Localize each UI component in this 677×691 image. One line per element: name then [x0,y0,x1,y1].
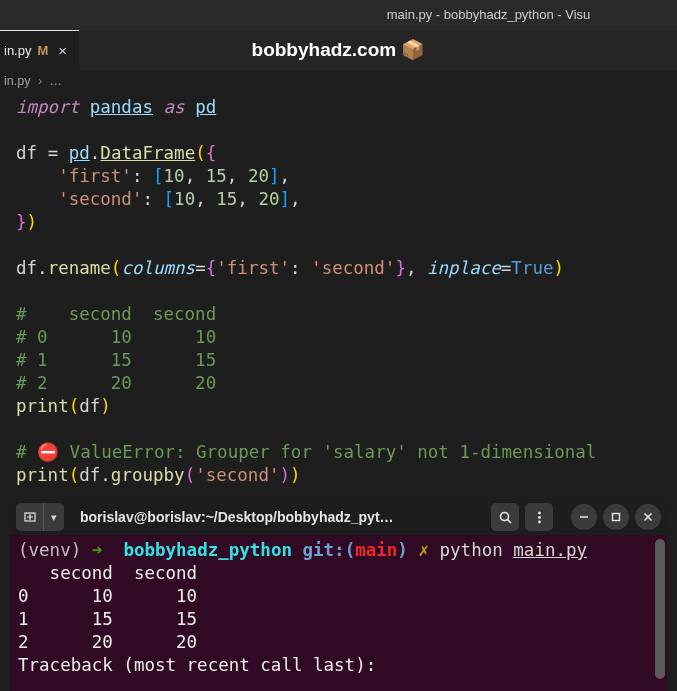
scrollbar-thumb[interactable] [655,539,665,679]
svg-point-3 [500,512,508,520]
maximize-button[interactable] [603,504,629,530]
breadcrumb[interactable]: in.py › … [0,70,677,92]
menu-button[interactable] [525,503,553,531]
close-icon [642,511,654,523]
svg-point-6 [538,516,541,519]
terminal-header: ▾ borislav@borislav:~/Desktop/bobbyhadz_… [10,499,667,535]
terminal-panel: ▾ borislav@borislav:~/Desktop/bobbyhadz_… [10,499,667,691]
chevron-right-icon: › [34,74,46,88]
editor-tab-main[interactable]: in.py M × [0,30,79,70]
terminal-title: borislav@borislav:~/Desktop/bobbyhadz_py… [70,509,485,525]
close-icon[interactable]: × [54,42,71,59]
tab-modified-indicator: M [37,43,48,58]
code-editor[interactable]: import pandas as pd df = pd.DataFrame({ … [0,92,677,495]
window-title: main.py - bobbyhadz_python - Visu [387,7,591,22]
svg-point-5 [538,511,541,514]
minimize-button[interactable] [571,504,597,530]
minimize-icon [578,511,590,523]
search-icon [498,510,513,525]
svg-rect-9 [613,514,620,521]
watermark-text: bobbyhadz.com 📦 [252,30,426,70]
breadcrumb-file: in.py [4,74,30,88]
search-button[interactable] [491,503,519,531]
tab-filename: in.py [4,43,31,58]
kebab-icon [532,510,547,525]
terminal-body[interactable]: (venv) ➜ bobbyhadz_python git:(main) ✗ p… [10,535,667,681]
maximize-icon [610,511,622,523]
no-entry-icon: ⛔ [37,442,59,462]
chevron-down-icon[interactable]: ▾ [44,503,64,531]
plus-icon [16,503,44,531]
breadcrumb-rest: … [50,74,63,88]
svg-point-7 [538,520,541,523]
window-title-bar: main.py - bobbyhadz_python - Visu [0,0,677,30]
new-tab-button[interactable]: ▾ [16,503,64,531]
svg-line-4 [507,519,511,523]
close-button[interactable] [635,504,661,530]
watermark-overlay: bobbyhadz.com 📦 [0,30,677,70]
editor-tab-row: in.py M × bobbyhadz.com 📦 [0,30,677,70]
